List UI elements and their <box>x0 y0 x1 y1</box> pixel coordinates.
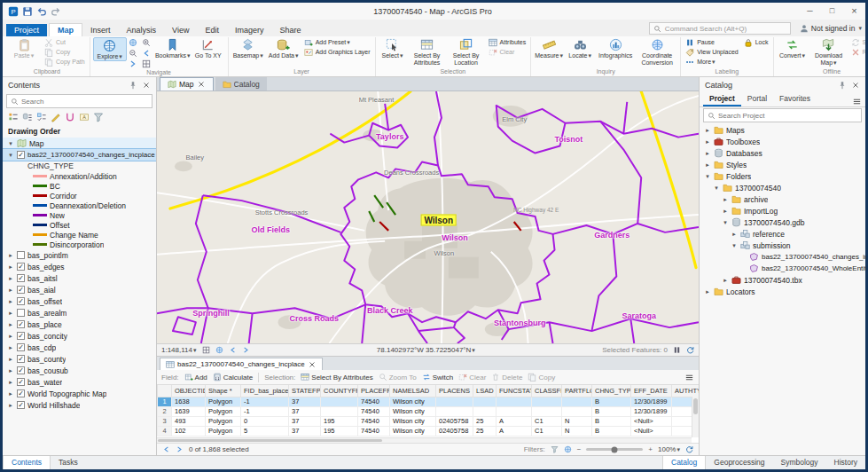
more-labeling-button[interactable]: More <box>684 57 740 67</box>
convert-button[interactable]: Convert <box>777 37 809 59</box>
extent-filter-icon[interactable] <box>564 445 572 453</box>
list-by-data-source-icon[interactable] <box>22 112 33 122</box>
lock-labels-button[interactable]: Lock <box>742 37 770 47</box>
save-icon[interactable] <box>22 6 33 17</box>
copy-path-button[interactable]: Copy Path <box>43 57 87 67</box>
catalog-item-reference[interactable]: reference <box>700 228 865 240</box>
switch-selection-button[interactable]: Switch <box>422 373 454 382</box>
table-select-by-attributes-button[interactable]: Select By Attributes <box>301 373 372 382</box>
expand-icon[interactable] <box>7 379 14 386</box>
contents-layer-bas-arealm[interactable]: bas_arealm <box>3 307 156 319</box>
column-header-chng-type[interactable]: CHNG_TYPE <box>592 385 631 397</box>
table-cell[interactable]: B <box>592 426 631 436</box>
go-to-xy-button[interactable]: Go To XY <box>192 37 225 59</box>
catalog-item-bas22-13700074540-changes-incplace[interactable]: bas22_13700074540_changes_incplace <box>700 251 865 263</box>
catalog-tab-project[interactable]: Project <box>703 94 741 106</box>
table-filter-icon[interactable] <box>551 445 559 453</box>
expand-icon[interactable] <box>722 208 729 215</box>
table-cell[interactable]: Polygon <box>206 397 241 406</box>
layer-checkbox[interactable] <box>17 355 25 363</box>
contents-close-icon[interactable] <box>142 81 151 90</box>
view-tab-catalog[interactable]: Catalog <box>215 77 267 90</box>
table-cell[interactable]: Wilson city <box>390 397 436 406</box>
table-vertical-scrollbar[interactable] <box>692 397 699 437</box>
table-cell[interactable] <box>436 397 473 406</box>
contents-layer-bas-aial[interactable]: bas_aial <box>3 284 156 295</box>
table-cell[interactable]: N <box>562 426 592 436</box>
column-header-authtype[interactable]: AUTHTYPE <box>672 385 700 397</box>
close-button[interactable] <box>843 3 865 20</box>
previous-extent-icon[interactable] <box>142 49 151 58</box>
catalog-item-importlog[interactable]: ImportLog <box>700 205 865 216</box>
expand-icon[interactable] <box>7 390 14 397</box>
contents-layer-bas-cdp[interactable]: bas_cdp <box>3 342 156 353</box>
undo-icon[interactable] <box>36 6 47 17</box>
dock-tab-tasks[interactable]: Tasks <box>51 456 86 469</box>
table-cell[interactable]: Polygon <box>206 426 241 436</box>
column-header-statefp[interactable]: STATEFP <box>289 385 321 397</box>
table-cell[interactable]: 02405758 <box>436 416 473 426</box>
table-cell[interactable]: Wilson city <box>390 416 436 426</box>
table-cell[interactable]: A <box>497 416 532 426</box>
map-next-extent-icon[interactable] <box>242 346 250 354</box>
catalog-item-13700074540-tbx[interactable]: 13700074540.tbx <box>700 274 865 286</box>
table-cell[interactable]: 493 <box>172 416 206 426</box>
ribbon-tab-insert[interactable]: Insert <box>82 24 119 36</box>
fixed-zoom-out-icon[interactable] <box>129 49 137 58</box>
table-cell[interactable]: 74540 <box>358 397 390 406</box>
catalog-item-maps[interactable]: Maps <box>700 124 865 136</box>
column-header-eff-date[interactable]: EFF_DATE <box>631 385 672 397</box>
download-map-button[interactable]: Download Map <box>810 37 848 66</box>
table-cell[interactable]: -1 <box>241 397 289 406</box>
column-header-funcstat[interactable]: FUNCSTAT <box>497 385 532 397</box>
collapse-icon[interactable] <box>704 173 711 180</box>
table-cell[interactable] <box>321 397 358 406</box>
ribbon-tab-share[interactable]: Share <box>271 24 309 36</box>
table-cell[interactable]: Polygon <box>206 416 241 426</box>
table-cell[interactable]: 1638 <box>172 397 206 406</box>
table-cell[interactable] <box>497 406 532 416</box>
expand-icon[interactable] <box>704 161 711 169</box>
expand-icon[interactable] <box>7 344 14 351</box>
catalog-item-locators[interactable]: Locators <box>700 286 865 297</box>
table-cell[interactable] <box>321 406 358 416</box>
table-cell[interactable]: <Null> <box>631 426 672 436</box>
expand-icon[interactable] <box>7 333 14 340</box>
auto-hide-icon[interactable] <box>129 81 137 90</box>
column-header-placens[interactable]: PLACENS <box>436 385 473 397</box>
pause-drawing-icon[interactable] <box>673 346 681 354</box>
column-header-lsad[interactable]: LSAD <box>473 385 497 397</box>
paste-button[interactable]: Paste <box>7 37 41 59</box>
table-refresh-icon[interactable] <box>685 445 693 453</box>
zoom-to-button[interactable]: Zoom To <box>379 373 417 382</box>
list-by-editing-icon[interactable] <box>51 112 61 122</box>
table-row[interactable]: 11638Polygon-13774540Wilson cityB12/30/1… <box>158 397 700 406</box>
expand-icon[interactable] <box>7 356 14 363</box>
table-cell[interactable]: 102 <box>172 426 206 436</box>
contents-search[interactable] <box>6 94 152 108</box>
catalog-item-13700074540[interactable]: 13700074540 <box>700 182 865 193</box>
collapse-icon[interactable] <box>713 185 720 192</box>
expand-icon[interactable] <box>731 231 738 238</box>
table-cell[interactable]: 5 <box>241 426 289 436</box>
expand-icon[interactable] <box>7 367 14 374</box>
add-graphics-layer-button[interactable]: Add Graphics Layer <box>302 47 372 57</box>
table-cell[interactable] <box>473 406 497 416</box>
table-cell[interactable]: 74540 <box>358 406 390 416</box>
table-cell[interactable]: 12/30/1899 <box>631 406 672 416</box>
next-extent-icon[interactable] <box>129 59 137 68</box>
cut-button[interactable]: Cut <box>43 37 87 47</box>
table-cell[interactable] <box>436 406 473 416</box>
table-cell[interactable]: 25 <box>473 416 497 426</box>
map-coordinates[interactable]: 78.1402972°W 35.7225047°N <box>377 346 475 354</box>
list-by-selection-icon[interactable] <box>36 112 47 122</box>
list-by-labeling-icon[interactable]: A <box>79 112 90 122</box>
table-cell[interactable]: B <box>592 397 631 406</box>
layout-grid-icon[interactable] <box>202 346 210 354</box>
table-cell[interactable]: Wilson city <box>390 406 436 416</box>
table-clear-button[interactable]: Clear <box>458 373 486 382</box>
table-cell[interactable]: B <box>592 416 631 426</box>
catalog-item-submission[interactable]: submission <box>700 240 865 251</box>
column-header-classfp[interactable]: CLASSFP <box>532 385 562 397</box>
attributes-button[interactable]: Attributes <box>487 37 528 47</box>
